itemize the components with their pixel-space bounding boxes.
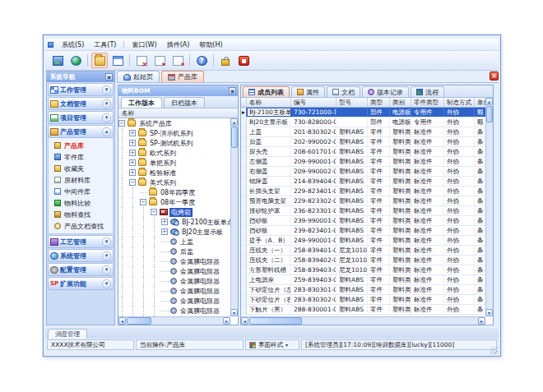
cell[interactable]: 条 bbox=[475, 167, 485, 176]
cell[interactable]: 零件 bbox=[368, 305, 390, 314]
cell[interactable]: 标准件 bbox=[411, 256, 444, 265]
tree-node[interactable]: −08年一季度 bbox=[118, 197, 230, 207]
cell[interactable]: 右侧盖 bbox=[247, 167, 291, 176]
cell[interactable]: 外协 bbox=[444, 187, 475, 196]
cell[interactable]: 258-839402-00I bbox=[291, 256, 336, 265]
tree-node[interactable]: +BJ-2100主板单点 bbox=[118, 217, 230, 227]
cell[interactable] bbox=[336, 108, 368, 117]
bom-pin-icon[interactable]: ▣ bbox=[229, 87, 236, 95]
column-header-2[interactable]: 编号 bbox=[291, 98, 336, 107]
views-button[interactable] bbox=[109, 53, 126, 68]
cell[interactable]: 专用件 bbox=[411, 118, 444, 127]
sidebar-item-5[interactable]: 中间件库 bbox=[49, 186, 113, 197]
cell[interactable]: 零件 bbox=[368, 177, 390, 186]
menu-item-5[interactable]: 帮助(H) bbox=[194, 39, 227, 50]
cell[interactable]: 外协 bbox=[444, 216, 475, 225]
cell[interactable]: 条 bbox=[475, 177, 485, 186]
cell[interactable]: 条 bbox=[475, 256, 485, 265]
cell[interactable]: 塑料类 bbox=[390, 137, 411, 146]
cell[interactable]: 零件 bbox=[368, 167, 390, 176]
cell[interactable]: 条 bbox=[475, 265, 485, 274]
cell[interactable]: 外协 bbox=[444, 147, 475, 156]
collapse-icon[interactable]: − bbox=[118, 120, 125, 127]
table-row[interactable]: 上电源座259-839403-00I塑料ABS零件塑料类标准件外协条 bbox=[241, 275, 485, 285]
workspace-button[interactable] bbox=[49, 53, 66, 68]
cell[interactable]: 外协 bbox=[444, 246, 475, 255]
cell[interactable]: 下触片（黑） bbox=[247, 305, 291, 314]
cell[interactable]: 条 bbox=[475, 137, 485, 146]
cell[interactable] bbox=[336, 118, 368, 127]
column-header-6[interactable]: 零件类型 bbox=[411, 98, 444, 107]
cell[interactable]: 外协 bbox=[444, 137, 475, 146]
cell[interactable]: 条 bbox=[475, 226, 485, 235]
cell[interactable]: 条 bbox=[475, 187, 485, 196]
sidebar-group-2[interactable]: 文档管理▾ bbox=[48, 97, 114, 110]
chevron-down-icon[interactable]: ▾ bbox=[102, 85, 111, 95]
cell[interactable]: 颗 bbox=[475, 108, 485, 117]
doc-tab-2[interactable]: 产品库 bbox=[161, 71, 204, 82]
cell[interactable]: 730-828000-04I bbox=[291, 118, 336, 127]
cell[interactable]: 塑料类 bbox=[390, 305, 411, 314]
column-header-7[interactable]: 制造方式 bbox=[444, 98, 475, 107]
cell[interactable]: 标准件 bbox=[411, 177, 444, 186]
table-row[interactable]: ▸BJ-2100主板单点730-721000-12I部件电源板专用件外协颗 bbox=[241, 108, 485, 118]
cell[interactable]: 标准件 bbox=[411, 285, 444, 294]
cell[interactable]: 条 bbox=[475, 246, 485, 255]
table-row[interactable]: 挡砂板239-823401-00I塑料ABS零件塑料类标准件外协条 bbox=[241, 226, 485, 236]
table-row[interactable]: 提手（A、B）249-990001-01I塑料ABS零件塑料类标准件外协条 bbox=[241, 236, 485, 246]
table-row[interactable]: 上盖201-830302-00I塑料ABS零件塑料类标准件外协条 bbox=[241, 127, 485, 137]
table-row[interactable]: 方形塑料线槽258-839403-00I尼龙1010零件塑料类标准件外协条 bbox=[241, 265, 485, 275]
cell[interactable]: 塑料ABS bbox=[336, 206, 368, 215]
tree-horizontal-scrollbar[interactable]: ◂ ▸ bbox=[118, 316, 230, 325]
cell[interactable]: 左侧盖 bbox=[247, 157, 291, 166]
tab-2-property[interactable]: 属性 bbox=[291, 86, 325, 97]
cell[interactable]: 塑料类 bbox=[390, 265, 411, 274]
collapse-icon[interactable]: − bbox=[129, 179, 136, 186]
scroll-down-icon[interactable]: ▾ bbox=[485, 309, 493, 316]
cell[interactable]: 标准件 bbox=[411, 216, 444, 225]
sidebar-item-7[interactable]: 物料查找 bbox=[49, 209, 113, 220]
cell[interactable]: 零件 bbox=[368, 206, 390, 215]
cell[interactable]: 塑料ABS bbox=[336, 226, 368, 235]
table-row[interactable]: 后盖202-990002-01I塑料ABS零件塑料类标准件外协条 bbox=[241, 137, 485, 147]
table-row[interactable]: 接砂轮护罩236-823301-00I塑料ABS零件塑料类标准件外协条 bbox=[241, 206, 485, 216]
cell[interactable]: 外协 bbox=[444, 295, 475, 304]
cell[interactable]: 接砂轮护罩 bbox=[247, 206, 291, 215]
cell[interactable]: 外协 bbox=[444, 206, 475, 215]
cell[interactable]: 条 bbox=[475, 305, 485, 314]
table-row[interactable]: 长插头支架229-823401-00I塑料ABS零件塑料类标准件外协条 bbox=[241, 187, 485, 196]
table-row[interactable]: 压线夹（二）258-839402-00I尼龙1010零件塑料类标准件外协条 bbox=[241, 256, 485, 265]
tree-node[interactable]: 金属膜电阻器 bbox=[118, 296, 230, 306]
scroll-left-icon[interactable]: ◂ bbox=[118, 317, 126, 325]
cell[interactable]: 电源板 bbox=[390, 108, 411, 117]
table-row[interactable]: 下砂定位片（右）283-830302-00I塑料ABS零件塑料类标准件外协条 bbox=[241, 295, 485, 305]
cell[interactable]: 颗 bbox=[475, 118, 485, 127]
cell[interactable]: 铭牌盖 bbox=[247, 177, 291, 186]
cell[interactable]: 外协 bbox=[444, 305, 475, 314]
tree-node[interactable]: +BJ20主显示板 bbox=[118, 227, 230, 237]
column-header-1[interactable]: 名称 bbox=[247, 98, 291, 107]
cell[interactable]: 零件 bbox=[368, 147, 390, 156]
tree-node[interactable]: +欧式系列 bbox=[118, 148, 230, 158]
cell[interactable]: 外协 bbox=[444, 157, 475, 166]
cell[interactable]: 201-830302-00I bbox=[291, 127, 336, 136]
cell[interactable]: 外协 bbox=[444, 196, 475, 205]
cell[interactable]: 提手（A、B） bbox=[247, 236, 291, 245]
cell[interactable]: 标准件 bbox=[411, 246, 444, 255]
cell[interactable]: 标准件 bbox=[411, 187, 444, 196]
scroll-left-icon[interactable]: ◂ bbox=[241, 317, 248, 325]
cell[interactable]: 209-990001-01I bbox=[291, 157, 336, 166]
cell[interactable]: 塑料类 bbox=[390, 295, 411, 304]
tree-node[interactable]: 后盖 bbox=[118, 247, 230, 256]
expand-icon[interactable]: + bbox=[129, 140, 136, 146]
cell[interactable]: 塑料ABS bbox=[336, 305, 368, 314]
cell[interactable]: 塑料ABS bbox=[336, 147, 368, 156]
cell[interactable]: 288-830001-00I bbox=[291, 305, 336, 314]
table-row[interactable]: BJ20主显示板730-828000-04I部件电源板专用件外协颗 bbox=[241, 118, 485, 127]
column-header-4[interactable]: 类型 bbox=[368, 98, 390, 107]
chevron-down-icon[interactable]: ▾ bbox=[102, 238, 111, 247]
cell[interactable]: 挡砂板 bbox=[247, 226, 291, 235]
chevron-up-icon[interactable]: ▴ bbox=[102, 127, 111, 136]
cell[interactable]: 部件 bbox=[368, 118, 390, 127]
cell[interactable]: 外协 bbox=[444, 265, 475, 274]
